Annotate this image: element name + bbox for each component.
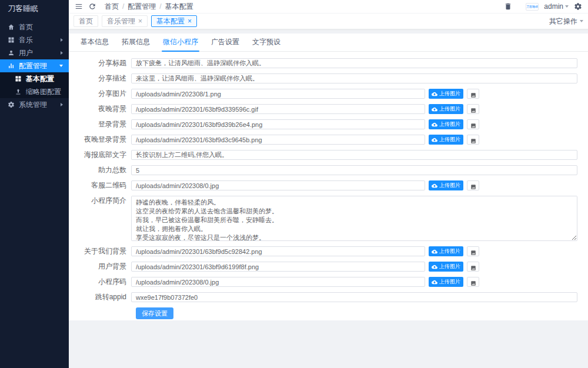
service-qrcode-upload-button[interactable]: 上传图片 — [429, 180, 463, 190]
login-background-preview-button[interactable] — [467, 119, 479, 129]
upload-button-label: 上传图片 — [439, 247, 460, 255]
cloud-upload-icon — [432, 137, 437, 143]
field-control: 上传图片 — [131, 135, 577, 145]
close-tab-icon[interactable]: × — [138, 18, 142, 24]
sidebar-item-config[interactable]: 配置管理 — [0, 59, 69, 72]
mini-program-qrcode-input[interactable] — [131, 277, 425, 287]
service-qrcode-input[interactable] — [131, 180, 425, 190]
upload-button-label: 上传图片 — [439, 136, 460, 143]
trash-icon[interactable] — [504, 2, 512, 11]
sidebar-item-label: 首页 — [19, 22, 33, 32]
share-image-upload-button[interactable]: 上传图片 — [429, 89, 463, 99]
field-label: 分享标题 — [69, 58, 131, 68]
form-row-night-background: 夜晚背景上传图片 — [69, 104, 577, 114]
image-icon — [470, 91, 476, 97]
form-row-user-background: 用户背景上传图片 — [69, 262, 577, 272]
share-image-input[interactable] — [131, 89, 425, 99]
open-tab[interactable]: 首页 — [74, 15, 98, 27]
sidebar-item-home[interactable]: 首页 — [0, 21, 69, 34]
night-login-background-preview-button[interactable] — [467, 135, 479, 145]
night-background-upload-button[interactable]: 上传图片 — [429, 104, 463, 114]
tab-文字预设[interactable]: 文字预设 — [251, 34, 282, 51]
redirect-appid-input[interactable] — [131, 292, 577, 302]
share-title-input[interactable] — [131, 58, 577, 68]
cloud-upload-icon — [432, 279, 437, 285]
user-menu[interactable]: admin — [544, 2, 569, 11]
field-label: 关于我们背景 — [69, 246, 131, 256]
mini-program-intro-textarea[interactable]: 静谧的夜晚，伴着轻柔的风。 这空灵的夜给劳累的人送去饱含温馨和甜美的梦。 而我，… — [131, 196, 577, 241]
menu-toggle-icon[interactable] — [75, 2, 83, 11]
form-row-boost-total: 助力总数 — [69, 165, 577, 175]
sidebar: 刀客睡眠 首页音乐用户配置管理基本配置缩略图配置系统管理 — [0, 0, 69, 368]
field-control: 上传图片 — [131, 262, 577, 272]
image-icon — [470, 183, 476, 189]
sidebar-item-label: 音乐 — [19, 35, 33, 45]
sidebar-item-label: 配置管理 — [19, 61, 47, 71]
field-control: 上传图片 — [131, 246, 577, 256]
user-icon — [8, 49, 15, 56]
cloud-upload-icon — [432, 183, 437, 189]
field-label: 分享描述 — [69, 73, 131, 83]
chevron-down-icon — [565, 5, 569, 8]
refresh-icon[interactable] — [88, 2, 96, 11]
share-desc-input[interactable] — [131, 73, 577, 83]
field-control — [131, 73, 577, 83]
night-login-background-input[interactable] — [131, 135, 425, 145]
form-row-mini-program-intro: 小程序简介静谧的夜晚，伴着轻柔的风。 这空灵的夜给劳累的人送去饱含温馨和甜美的梦… — [69, 196, 577, 241]
more-actions-label: 其它操作 — [549, 16, 577, 26]
tab-广告设置[interactable]: 广告设置 — [210, 34, 240, 51]
mini-program-qrcode-upload-button[interactable]: 上传图片 — [429, 277, 463, 287]
mini-program-qrcode-preview-button[interactable] — [467, 277, 479, 287]
night-background-preview-button[interactable] — [467, 104, 479, 114]
upload-button-label: 上传图片 — [439, 105, 460, 113]
sidebar-item-users[interactable]: 用户 — [0, 46, 69, 59]
settings-gear-icon[interactable] — [574, 2, 582, 11]
sidebar-item-thumbnail-config[interactable]: 缩略图配置 — [0, 85, 69, 98]
about-us-background-upload-button[interactable]: 上传图片 — [429, 246, 463, 256]
user-background-preview-button[interactable] — [467, 262, 479, 272]
poster-bottom-text-input[interactable] — [131, 150, 577, 160]
sidebar-item-system[interactable]: 系统管理 — [0, 98, 69, 111]
boost-total-input[interactable] — [131, 165, 577, 175]
breadcrumb: 首页/配置管理/基本配置 — [105, 2, 193, 12]
field-control: 上传图片 — [131, 104, 577, 114]
grid-icon — [15, 75, 22, 82]
night-login-background-upload-button[interactable]: 上传图片 — [429, 135, 463, 145]
field-control — [131, 150, 577, 160]
main-column: 首页/配置管理/基本配置 刀客睡眠 admin 首页音乐管理×基本配置× 其它操… — [69, 0, 588, 368]
share-image-preview-button[interactable] — [467, 89, 479, 99]
form-row-night-login-background: 夜晚登录背景上传图片 — [69, 135, 577, 145]
field-label: 小程序码 — [69, 277, 131, 287]
close-tab-icon[interactable]: × — [188, 18, 192, 24]
upload-button-label: 上传图片 — [439, 90, 460, 98]
breadcrumb-separator: / — [122, 2, 124, 11]
user-background-input[interactable] — [131, 262, 425, 272]
about-us-background-input[interactable] — [131, 246, 425, 256]
more-actions-dropdown[interactable]: 其它操作 — [549, 16, 583, 26]
sidebar-item-music[interactable]: 音乐 — [0, 34, 69, 46]
cloud-upload-icon — [432, 264, 437, 270]
about-us-background-preview-button[interactable] — [467, 246, 479, 256]
chart-icon — [8, 62, 15, 69]
field-label: 客服二维码 — [69, 180, 131, 190]
service-qrcode-preview-button[interactable] — [467, 180, 479, 190]
user-background-upload-button[interactable]: 上传图片 — [429, 262, 463, 272]
username-label: admin — [544, 2, 563, 11]
field-control: 上传图片 — [131, 89, 577, 99]
field-control: 上传图片 — [131, 180, 577, 190]
login-background-upload-button[interactable]: 上传图片 — [429, 119, 463, 129]
cloud-upload-icon — [432, 249, 437, 255]
open-tab[interactable]: 基本配置× — [151, 15, 197, 27]
breadcrumb-item[interactable]: 配置管理 — [128, 2, 156, 12]
tab-基本信息[interactable]: 基本信息 — [79, 34, 110, 51]
breadcrumb-item[interactable]: 首页 — [105, 2, 119, 12]
open-tab[interactable]: 音乐管理× — [102, 15, 148, 27]
tab-拓展信息[interactable]: 拓展信息 — [121, 34, 151, 51]
sidebar-item-basic-config[interactable]: 基本配置 — [0, 72, 69, 85]
breadcrumb-item[interactable]: 基本配置 — [165, 2, 193, 12]
tab-微信小程序[interactable]: 微信小程序 — [162, 34, 199, 51]
night-background-input[interactable] — [131, 104, 425, 114]
login-background-input[interactable] — [131, 119, 425, 129]
save-settings-button[interactable]: 保存设置 — [136, 307, 173, 319]
app-logo: 刀客睡眠 — [0, 0, 69, 18]
